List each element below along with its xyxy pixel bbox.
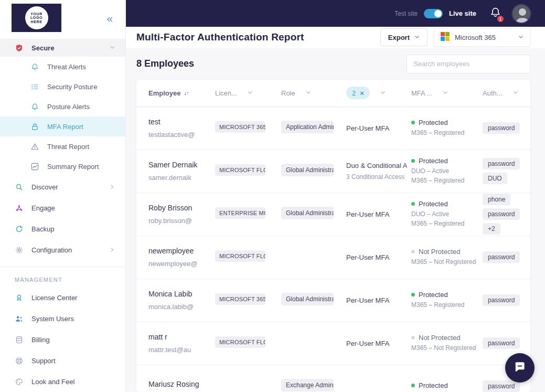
sidebar-item-license-center[interactable]: License Center xyxy=(0,287,125,308)
chevron-down-icon[interactable] xyxy=(443,90,448,96)
auth-method-chip: password xyxy=(483,294,520,306)
sidebar-item-secure[interactable]: Secure xyxy=(0,39,125,57)
table-row[interactable]: matt rmattr.test@auMICROSOFT FLOWPer-Use… xyxy=(136,322,530,365)
column-header-auth[interactable]: Auth... xyxy=(483,89,530,97)
table-row[interactable]: Roby Brissonroby.brisson@ENTERPRISE MOBI… xyxy=(136,193,530,236)
status-detail: DUO – Active xyxy=(411,209,478,219)
clear-filter-icon[interactable]: × xyxy=(360,89,364,97)
sort-icons[interactable]: ↓↑ xyxy=(184,90,188,96)
role-chip: Application Administrator xyxy=(281,121,334,133)
page-header: Multi-Factor Authentication Report Expor… xyxy=(126,27,545,48)
chat-icon xyxy=(513,361,527,376)
sidebar-item-threat-report[interactable]: Threat Report xyxy=(0,136,125,156)
status-label: Protected xyxy=(419,382,448,389)
auth-method-chip: password xyxy=(483,380,520,392)
column-header-employee[interactable]: Employee↓↑ xyxy=(148,89,215,97)
site-toggle[interactable] xyxy=(424,9,443,18)
sidebar-item-system-users[interactable]: System Users xyxy=(0,308,125,329)
chevron-down-icon[interactable] xyxy=(306,90,311,96)
employee-name: Monica Labib xyxy=(148,290,210,298)
chat-button[interactable] xyxy=(505,353,535,383)
mfa-status: Protected xyxy=(411,382,483,391)
status-dot xyxy=(411,159,415,163)
sidebar-item-backup[interactable]: Backup xyxy=(0,218,125,239)
logo[interactable]: YOURLOGOHERE xyxy=(12,4,61,32)
sidebar-item-engage[interactable]: Engage xyxy=(0,197,125,218)
filter-badge[interactable]: 2× xyxy=(346,87,370,99)
person-icon xyxy=(512,17,531,24)
search-input[interactable] xyxy=(407,55,530,73)
status-label: Protected xyxy=(419,119,448,126)
status-label: Protected xyxy=(419,200,448,208)
status-dot xyxy=(411,250,415,253)
auth-method-chip: phone xyxy=(483,194,510,205)
license-chip: MICROSOFT 365 xyxy=(215,293,265,305)
column-header-mfa[interactable]: MFA ... xyxy=(411,89,483,97)
table-row[interactable]: Mariusz RosingExchange AdministratorProt… xyxy=(136,365,530,392)
column-header-mfa-type-filter[interactable]: 2× xyxy=(346,87,411,99)
status-label: Not Protected xyxy=(419,334,461,342)
column-header-role[interactable]: Role xyxy=(281,89,346,97)
mfa-type: 3 Conditional Access xyxy=(346,173,407,181)
sidebar-item-configuration[interactable]: Configuration xyxy=(0,239,125,260)
export-button[interactable]: Export xyxy=(380,28,428,46)
sidebar-item-mfa-report[interactable]: MFA Report xyxy=(0,116,125,136)
mfa-type: Per-User MFA xyxy=(346,253,407,261)
mfa-status: ProtectedM365 – Registered xyxy=(411,291,483,310)
table-row[interactable]: Monica Labibmonica.labib@MICROSOFT 365Gl… xyxy=(136,279,530,322)
chevron-down-icon[interactable] xyxy=(248,90,253,96)
app-root: YOURLOGOHERE « Secure Threat AlertsSecur… xyxy=(0,0,545,392)
management-section-label: MANAGEMENT xyxy=(0,273,125,287)
mfa-type: Per-User MFA xyxy=(346,340,407,347)
table-header-row: Employee↓↑Licen...Role2×MFA ...Auth... xyxy=(136,80,530,107)
chevron-down-icon[interactable] xyxy=(380,90,386,96)
status-label: Protected xyxy=(419,157,448,165)
sidebar-item-security-posture[interactable]: Security Posture xyxy=(0,77,125,97)
status-dot xyxy=(411,121,415,124)
status-dot xyxy=(411,293,415,296)
employee-name: newemployee xyxy=(148,247,210,255)
chevron-right-icon xyxy=(110,184,115,189)
sidebar-item-look-and-feel[interactable]: Look and Feel xyxy=(0,371,125,392)
sidebar-item-posture-alerts[interactable]: Posture Alerts xyxy=(0,97,125,116)
sidebar-item-support[interactable]: Support xyxy=(0,350,125,371)
table-row[interactable]: testtestlastactive@MICROSOFT 365Applicat… xyxy=(136,107,530,150)
chevron-down-icon[interactable] xyxy=(513,90,518,96)
gear-icon xyxy=(15,246,24,254)
status-detail: M365 – Registered xyxy=(411,219,478,228)
status-dot xyxy=(411,336,415,340)
employees-table: Employee↓↑Licen...Role2×MFA ...Auth... t… xyxy=(136,80,530,392)
table-row[interactable]: Samer Dernaiksamer.dernaikMICROSOFT FLOW… xyxy=(136,150,530,193)
employee-name: Samer Dernaik xyxy=(148,161,210,169)
auth-method-chip: password xyxy=(483,122,520,134)
column-header-licen[interactable]: Licen... xyxy=(215,89,281,97)
status-detail: M365 – Registered xyxy=(411,128,478,137)
sidebar: YOURLOGOHERE « Secure Threat AlertsSecur… xyxy=(0,0,126,392)
mfa-status: Not ProtectedM365 – Not Registered xyxy=(411,334,483,353)
table-body: testtestlastactive@MICROSOFT 365Applicat… xyxy=(136,107,530,392)
search-icon xyxy=(15,183,24,191)
warning-icon xyxy=(30,143,39,151)
role-chip: Global Administrator xyxy=(281,164,334,176)
sidebar-item-billing[interactable]: Billing xyxy=(0,329,125,350)
table-row[interactable]: newemployeenewemployee@MICROSOFT FLOWPer… xyxy=(136,236,530,279)
bell-icon xyxy=(30,103,39,111)
chevron-down-icon xyxy=(518,35,523,40)
tenant-selector[interactable]: Microsoft 365 xyxy=(434,28,530,47)
status-dot xyxy=(411,202,415,206)
sidebar-item-summary-report[interactable]: Summary Report xyxy=(0,156,125,176)
user-avatar[interactable] xyxy=(511,4,531,24)
status-dot xyxy=(411,384,415,387)
mfa-type: Per-User MFA xyxy=(346,124,407,132)
auth-method-chip: password xyxy=(483,208,520,220)
notifications-button[interactable]: 1 xyxy=(490,7,501,20)
topbar: Test site Live site 1 xyxy=(126,0,545,27)
collapse-sidebar-icon[interactable]: « xyxy=(106,13,113,24)
sidebar-item-threat-alerts[interactable]: Threat Alerts xyxy=(0,57,125,77)
role-chip: Global Administrator xyxy=(281,293,334,305)
paint-icon xyxy=(15,378,24,386)
sidebar-item-discover[interactable]: Discover xyxy=(0,176,125,197)
mfa-type: Per-User MFA xyxy=(346,296,407,304)
users-icon xyxy=(15,315,24,323)
employee-email: mattr.test@au xyxy=(148,346,210,354)
